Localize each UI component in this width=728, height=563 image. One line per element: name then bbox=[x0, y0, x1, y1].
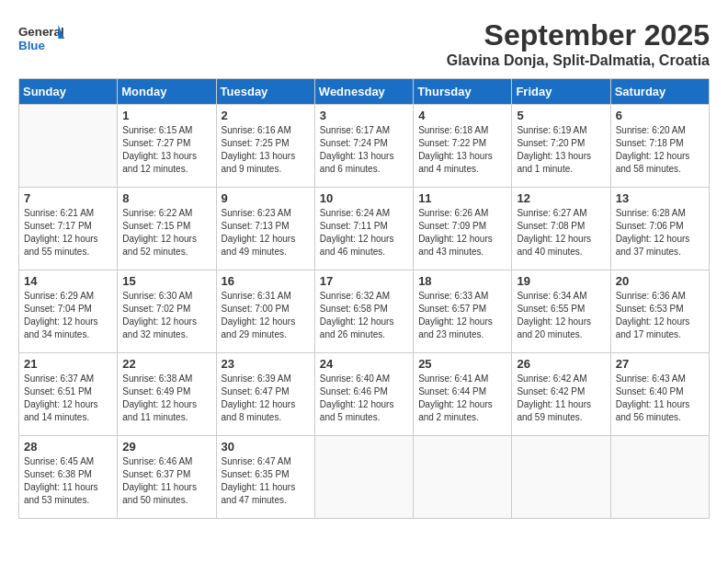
svg-text:Blue: Blue bbox=[18, 39, 45, 52]
calendar-week-row: 21Sunrise: 6:37 AMSunset: 6:51 PMDayligh… bbox=[19, 353, 710, 436]
day-info: Sunrise: 6:46 AMSunset: 6:37 PMDaylight:… bbox=[122, 455, 210, 507]
calendar-cell: 10Sunrise: 6:24 AMSunset: 7:11 PMDayligh… bbox=[314, 188, 413, 270]
logo-svg: General Blue bbox=[18, 18, 64, 60]
calendar-cell: 28Sunrise: 6:45 AMSunset: 6:38 PMDayligh… bbox=[19, 436, 118, 519]
day-number: 24 bbox=[320, 357, 408, 371]
weekday-header-row: SundayMondayTuesdayWednesdayThursdayFrid… bbox=[19, 79, 710, 105]
day-number: 5 bbox=[517, 109, 605, 122]
calendar-cell: 19Sunrise: 6:34 AMSunset: 6:55 PMDayligh… bbox=[512, 270, 610, 353]
day-number: 30 bbox=[222, 440, 310, 454]
day-info: Sunrise: 6:21 AMSunset: 7:17 PMDaylight:… bbox=[24, 207, 112, 259]
day-number: 18 bbox=[418, 274, 506, 288]
day-number: 16 bbox=[222, 274, 310, 288]
day-number: 20 bbox=[616, 274, 704, 288]
calendar-cell: 12Sunrise: 6:27 AMSunset: 7:08 PMDayligh… bbox=[512, 188, 610, 270]
day-info: Sunrise: 6:33 AMSunset: 6:57 PMDaylight:… bbox=[418, 290, 506, 341]
weekday-header-friday: Friday bbox=[512, 79, 610, 105]
weekday-header-sunday: Sunday bbox=[19, 79, 118, 105]
logo: General Blue bbox=[18, 18, 64, 60]
calendar-cell: 2Sunrise: 6:16 AMSunset: 7:25 PMDaylight… bbox=[216, 105, 314, 188]
day-number: 28 bbox=[24, 440, 112, 454]
day-number: 14 bbox=[24, 274, 112, 288]
calendar-cell: 23Sunrise: 6:39 AMSunset: 6:47 PMDayligh… bbox=[216, 353, 314, 436]
day-info: Sunrise: 6:40 AMSunset: 6:46 PMDaylight:… bbox=[320, 373, 408, 424]
day-info: Sunrise: 6:32 AMSunset: 6:58 PMDaylight:… bbox=[320, 290, 408, 341]
day-info: Sunrise: 6:15 AMSunset: 7:27 PMDaylight:… bbox=[122, 124, 210, 176]
day-info: Sunrise: 6:29 AMSunset: 7:04 PMDaylight:… bbox=[24, 290, 112, 341]
day-info: Sunrise: 6:41 AMSunset: 6:44 PMDaylight:… bbox=[418, 373, 506, 424]
calendar-table: SundayMondayTuesdayWednesdayThursdayFrid… bbox=[18, 78, 710, 519]
weekday-header-monday: Monday bbox=[118, 79, 216, 105]
location-title: Glavina Donja, Split-Dalmatia, Croatia bbox=[447, 52, 710, 69]
day-info: Sunrise: 6:26 AMSunset: 7:09 PMDaylight:… bbox=[418, 207, 506, 259]
calendar-cell bbox=[314, 436, 413, 519]
day-info: Sunrise: 6:39 AMSunset: 6:47 PMDaylight:… bbox=[222, 373, 310, 424]
calendar-week-row: 28Sunrise: 6:45 AMSunset: 6:38 PMDayligh… bbox=[19, 436, 710, 519]
day-number: 25 bbox=[418, 357, 506, 371]
day-info: Sunrise: 6:27 AMSunset: 7:08 PMDaylight:… bbox=[517, 207, 605, 259]
title-block: September 2025 Glavina Donja, Split-Dalm… bbox=[447, 18, 710, 69]
calendar-cell: 4Sunrise: 6:18 AMSunset: 7:22 PMDaylight… bbox=[414, 105, 512, 188]
day-number: 15 bbox=[122, 274, 210, 288]
day-info: Sunrise: 6:31 AMSunset: 7:00 PMDaylight:… bbox=[222, 290, 310, 341]
calendar-cell: 16Sunrise: 6:31 AMSunset: 7:00 PMDayligh… bbox=[216, 270, 314, 353]
calendar-cell: 6Sunrise: 6:20 AMSunset: 7:18 PMDaylight… bbox=[610, 105, 709, 188]
day-info: Sunrise: 6:42 AMSunset: 6:42 PMDaylight:… bbox=[517, 373, 605, 424]
weekday-header-saturday: Saturday bbox=[610, 79, 709, 105]
day-info: Sunrise: 6:24 AMSunset: 7:11 PMDaylight:… bbox=[320, 207, 408, 259]
calendar-cell: 24Sunrise: 6:40 AMSunset: 6:46 PMDayligh… bbox=[314, 353, 413, 436]
calendar-cell: 22Sunrise: 6:38 AMSunset: 6:49 PMDayligh… bbox=[118, 353, 216, 436]
day-info: Sunrise: 6:30 AMSunset: 7:02 PMDaylight:… bbox=[122, 290, 210, 341]
day-info: Sunrise: 6:18 AMSunset: 7:22 PMDaylight:… bbox=[418, 124, 506, 176]
day-number: 19 bbox=[517, 274, 605, 288]
day-number: 21 bbox=[24, 357, 112, 371]
day-info: Sunrise: 6:47 AMSunset: 6:35 PMDaylight:… bbox=[222, 455, 310, 507]
day-info: Sunrise: 6:20 AMSunset: 7:18 PMDaylight:… bbox=[616, 124, 704, 176]
calendar-week-row: 1Sunrise: 6:15 AMSunset: 7:27 PMDaylight… bbox=[19, 105, 710, 188]
calendar-cell: 9Sunrise: 6:23 AMSunset: 7:13 PMDaylight… bbox=[216, 188, 314, 270]
day-number: 9 bbox=[222, 191, 310, 205]
day-number: 6 bbox=[616, 109, 704, 122]
calendar-cell: 27Sunrise: 6:43 AMSunset: 6:40 PMDayligh… bbox=[610, 353, 709, 436]
calendar-cell: 26Sunrise: 6:42 AMSunset: 6:42 PMDayligh… bbox=[512, 353, 610, 436]
svg-text:General: General bbox=[18, 25, 64, 39]
calendar-cell: 14Sunrise: 6:29 AMSunset: 7:04 PMDayligh… bbox=[19, 270, 118, 353]
day-info: Sunrise: 6:36 AMSunset: 6:53 PMDaylight:… bbox=[616, 290, 704, 341]
calendar-cell: 5Sunrise: 6:19 AMSunset: 7:20 PMDaylight… bbox=[512, 105, 610, 188]
weekday-header-tuesday: Tuesday bbox=[216, 79, 314, 105]
day-info: Sunrise: 6:28 AMSunset: 7:06 PMDaylight:… bbox=[616, 207, 704, 259]
day-info: Sunrise: 6:34 AMSunset: 6:55 PMDaylight:… bbox=[517, 290, 605, 341]
day-number: 8 bbox=[122, 191, 210, 205]
calendar-cell: 1Sunrise: 6:15 AMSunset: 7:27 PMDaylight… bbox=[118, 105, 216, 188]
calendar-cell: 30Sunrise: 6:47 AMSunset: 6:35 PMDayligh… bbox=[216, 436, 314, 519]
calendar-cell: 11Sunrise: 6:26 AMSunset: 7:09 PMDayligh… bbox=[414, 188, 512, 270]
day-info: Sunrise: 6:22 AMSunset: 7:15 PMDaylight:… bbox=[122, 207, 210, 259]
day-number: 23 bbox=[222, 357, 310, 371]
calendar-cell: 3Sunrise: 6:17 AMSunset: 7:24 PMDaylight… bbox=[314, 105, 413, 188]
calendar-week-row: 14Sunrise: 6:29 AMSunset: 7:04 PMDayligh… bbox=[19, 270, 710, 353]
day-info: Sunrise: 6:38 AMSunset: 6:49 PMDaylight:… bbox=[122, 373, 210, 424]
page-header: General Blue September 2025 Glavina Donj… bbox=[18, 18, 710, 69]
day-number: 7 bbox=[24, 191, 112, 205]
calendar-cell: 29Sunrise: 6:46 AMSunset: 6:37 PMDayligh… bbox=[118, 436, 216, 519]
day-info: Sunrise: 6:17 AMSunset: 7:24 PMDaylight:… bbox=[320, 124, 408, 176]
calendar-cell: 7Sunrise: 6:21 AMSunset: 7:17 PMDaylight… bbox=[19, 188, 118, 270]
day-number: 11 bbox=[418, 191, 506, 205]
day-info: Sunrise: 6:37 AMSunset: 6:51 PMDaylight:… bbox=[24, 373, 112, 424]
calendar-cell: 21Sunrise: 6:37 AMSunset: 6:51 PMDayligh… bbox=[19, 353, 118, 436]
calendar-cell: 15Sunrise: 6:30 AMSunset: 7:02 PMDayligh… bbox=[118, 270, 216, 353]
day-number: 27 bbox=[616, 357, 704, 371]
calendar-cell: 13Sunrise: 6:28 AMSunset: 7:06 PMDayligh… bbox=[610, 188, 709, 270]
calendar-cell: 17Sunrise: 6:32 AMSunset: 6:58 PMDayligh… bbox=[314, 270, 413, 353]
day-info: Sunrise: 6:43 AMSunset: 6:40 PMDaylight:… bbox=[616, 373, 704, 424]
weekday-header-wednesday: Wednesday bbox=[314, 79, 413, 105]
day-number: 2 bbox=[222, 109, 310, 122]
day-number: 26 bbox=[517, 357, 605, 371]
day-info: Sunrise: 6:23 AMSunset: 7:13 PMDaylight:… bbox=[222, 207, 310, 259]
calendar-cell bbox=[19, 105, 118, 188]
day-number: 29 bbox=[122, 440, 210, 454]
calendar-cell bbox=[512, 436, 610, 519]
weekday-header-thursday: Thursday bbox=[414, 79, 512, 105]
day-info: Sunrise: 6:19 AMSunset: 7:20 PMDaylight:… bbox=[517, 124, 605, 176]
day-number: 17 bbox=[320, 274, 408, 288]
